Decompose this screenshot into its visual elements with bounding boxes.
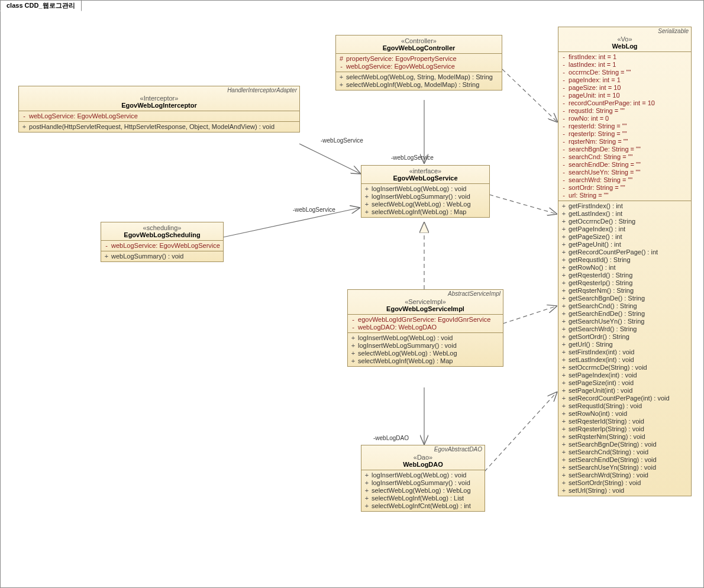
attrs: - webLogService: EgovWebLogService [19,111,299,122]
member-row: + setLastIndex(int) : void [561,356,689,364]
member-row: + getSortOrdr() : String [561,333,689,341]
member-row: + setSortOrdr(String) : void [561,479,689,487]
diagram-title: class CDD_웹로그관리 [7,2,75,9]
dep-controller-vo [502,69,558,122]
member-row: + getLastIndex() : int [561,210,689,218]
class-controller: «Controller» EgovWebLogController # prop… [335,35,502,91]
class-impl: AbstractServiceImpl «ServiceImpl» EgovWe… [347,289,503,367]
diagram-frame: class CDD_웹로그관리 vo (dashed open) --> [0,0,704,588]
super-label: AbstractServiceImpl [448,290,500,297]
member-row: + webLogSummary() : void [104,253,221,260]
member-row: + logInsertWebLog(WebLog) : void [350,334,500,342]
class-name: EgovWebLogServiceImpl [350,305,500,312]
dep-service-vo [489,195,557,214]
member-row: - webLogService: EgovWebLogService [21,112,297,120]
member-row: + setOccrrncDe(String) : void [561,364,689,371]
member-row: - lastIndex: int = 1 [561,61,689,69]
member-row: - recordCountPerPage: int = 10 [561,99,689,107]
class-name: EgovWebLogController [338,44,499,51]
member-row: + selectWebLog(WebLog) : WebLog [364,201,487,208]
class-dao: EgovAbstractDAO «Dao» WebLogDAO + logIns… [361,445,485,512]
member-row: + setSearchBgnDe(String) : void [561,441,689,448]
member-row: - pageIndex: int = 1 [561,76,689,84]
member-row: + selectWebLog(WebLog) : WebLog [364,487,482,495]
member-row: - sortOrdr: String = "" [561,184,689,192]
member-row: + logInsertWebLog(WebLog) : void [364,185,487,193]
member-row: - webLogService: EgovWebLogService [338,63,499,70]
member-row: + selectWebLogInf(WebLog) : Map [350,357,500,365]
member-row: - rqesterId: String = "" [561,122,689,130]
member-row: - webLogDAO: WebLogDAO [350,324,500,331]
label-scheduling-service: -webLogService [293,206,335,213]
attrs: - firstIndex: int = 1- lastIndex: int = … [558,52,691,201]
ops: + logInsertWebLog(WebLog) : void+ logIns… [361,470,485,511]
member-row: + getSearchBgnDe() : String [561,295,689,302]
member-row: + setSearchCnd(String) : void [561,448,689,456]
member-row: - searchBgnDe: String = "" [561,146,689,153]
stereotype: «interface» [364,167,487,175]
attrs: - egovWebLogIdGnrService: EgovIdGnrServi… [348,315,503,333]
super-label: Serializable [658,28,689,34]
member-row: - egovWebLogIdGnrService: EgovIdGnrServi… [350,316,500,324]
member-row: + selectWebLog(WebLog) : WebLog [350,350,500,357]
member-row: - searchEndDe: String = "" [561,161,689,169]
class-service: «interface» EgovWebLogService + logInser… [361,165,490,218]
member-row: + selectWebLogInf(WebLog) : Map [364,208,487,216]
member-row: + getSearchCnd() : String [561,302,689,310]
member-row: + getPageSize() : int [561,233,689,241]
stereotype: «scheduling» [104,224,221,231]
member-row: - pageUnit: int = 10 [561,92,689,99]
member-row: + selectWebLogInf(WebLog) : List [364,495,482,502]
member-row: + getSearchUseYn() : String [561,318,689,325]
dep-impl-vo [503,306,557,324]
member-row: # propertyService: EgovPropertyService [338,55,499,63]
member-row: + selectWebLogInfCnt(WebLog) : int [364,502,482,510]
super-label: HandlerInterceptorAdapter [227,87,297,93]
member-row: + getRecordCountPerPage() : int [561,248,689,256]
member-row: - rqsterNm: String = "" [561,138,689,146]
member-row: + setSearchUseYn(String) : void [561,464,689,471]
class-scheduling: «scheduling» EgovWebLogScheduling - webL… [101,222,224,262]
member-row: + setRecordCountPerPage(int) : void [561,395,689,402]
stereotype: «Vo» [561,35,689,43]
label-impl-dao: -webLogDAO [373,435,409,441]
member-row: + setRqesterId(String) : void [561,418,689,425]
stereotype: «Interceptor» [21,95,297,102]
class-vo: Serializable «Vo» WebLog - firstIndex: i… [558,27,692,496]
member-row: - searchCnd: String = "" [561,153,689,161]
class-name: EgovWebLogScheduling [104,231,221,238]
label-controller-service: -webLogService [391,154,434,161]
member-row: - firstIndex: int = 1 [561,53,689,61]
member-row: + getRqsterNm() : String [561,287,689,295]
ops: + logInsertWebLog(WebLog) : void+ logIns… [348,333,503,366]
ops: + postHandle(HttpServletRequest, HttpSer… [19,122,299,132]
ops: + webLogSummary() : void [101,251,223,261]
member-row: - searchUseYn: String = "" [561,169,689,176]
ops: + getFirstIndex() : int+ getLastIndex() … [558,201,691,496]
member-row: + setSearchEndDe(String) : void [561,456,689,464]
member-row: + getPageUnit() : int [561,241,689,248]
member-row: - searchWrd: String = "" [561,176,689,184]
member-row: - url: String = "" [561,192,689,199]
member-row: + getOccrrncDe() : String [561,218,689,225]
member-row: + logInsertWebLog(WebLog) : void [364,471,482,479]
member-row: + setSearchWrd(String) : void [561,471,689,479]
member-row: + getRequstId() : String [561,256,689,264]
stereotype: «Dao» [364,454,482,461]
attrs: # propertyService: EgovPropertyService- … [336,54,502,72]
member-row: + setRowNo(int) : void [561,410,689,418]
attrs: - webLogService: EgovWebLogService [101,241,223,251]
class-interceptor: HandlerInterceptorAdapter «Interceptor» … [18,86,300,133]
dep-dao-vo [485,392,557,471]
member-row: + getFirstIndex() : int [561,202,689,210]
member-row: - pageSize: int = 10 [561,84,689,92]
member-row: + setUrl(String) : void [561,487,689,495]
super-label: EgovAbstractDAO [434,446,482,453]
label-interceptor-service: -webLogService [321,137,363,144]
member-row: + getRowNo() : int [561,264,689,272]
member-row: + setPageSize(int) : void [561,379,689,387]
diagram-title-tab: class CDD_웹로그관리 [0,0,82,11]
class-name: WebLog [561,43,689,50]
member-row: + getSearchEndDe() : String [561,310,689,318]
stereotype: «Controller» [338,37,499,44]
